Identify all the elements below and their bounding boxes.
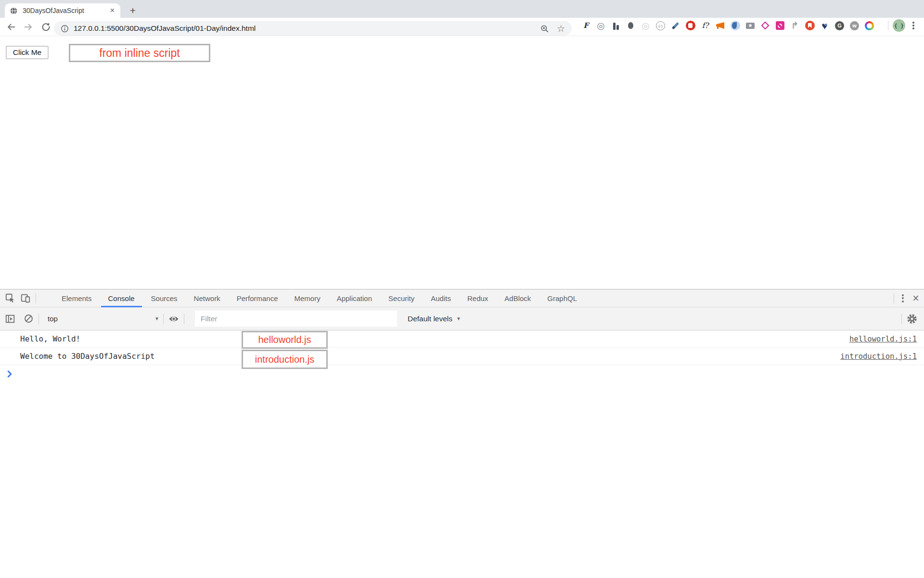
levels-label: Default levels bbox=[408, 315, 452, 323]
color-ring-extension-icon[interactable] bbox=[862, 20, 877, 31]
log-levels-dropdown[interactable]: Default levels ▼ bbox=[408, 315, 461, 323]
tab-sources[interactable]: Sources bbox=[144, 289, 185, 307]
reload-button[interactable] bbox=[38, 20, 53, 34]
live-expression-button[interactable] bbox=[167, 313, 180, 325]
tab-memory[interactable]: Memory bbox=[287, 289, 328, 307]
console-sidebar-toggle-button[interactable] bbox=[4, 313, 16, 325]
wave-extension-icon[interactable]: w bbox=[847, 20, 862, 31]
fontanello-extension-icon[interactable]: F bbox=[578, 20, 593, 31]
tab-graphql[interactable]: GraphQL bbox=[540, 289, 584, 307]
camera-extension-icon[interactable] bbox=[743, 20, 757, 31]
zoom-in-icon[interactable] bbox=[540, 24, 549, 33]
tab-network[interactable]: Network bbox=[187, 289, 228, 307]
f-question-extension-icon[interactable]: f? bbox=[698, 20, 713, 31]
console-message-row: Hello, World! helloworld.js:1 bbox=[0, 330, 924, 348]
tabbar-separator bbox=[36, 293, 36, 303]
corner-arrow-extension-icon[interactable]: ↱ bbox=[787, 20, 802, 31]
code-smile-extension-icon[interactable]: (-) bbox=[653, 20, 668, 31]
devtools-close-icon[interactable]: × bbox=[908, 293, 924, 304]
tabbar-separator bbox=[894, 293, 894, 303]
introduction-annotation-box: introduction.js bbox=[242, 350, 328, 369]
gear-icon bbox=[906, 313, 918, 325]
toolbar-separator bbox=[901, 314, 902, 324]
tab-performance[interactable]: Performance bbox=[230, 289, 285, 307]
console-toolbar: top ▼ Default levels ▼ bbox=[0, 307, 924, 330]
tab-title: 30DaysOfJavaScript bbox=[23, 7, 109, 14]
console-prompt[interactable] bbox=[0, 365, 924, 382]
react-devtools-extension-icon[interactable]: ◎ bbox=[638, 20, 653, 31]
tab-redux[interactable]: Redux bbox=[460, 289, 495, 307]
gravatar-extension-icon[interactable]: G bbox=[832, 20, 847, 31]
extensions-row: F ◎ ◎ (-) f? ↱ ♥ G w bbox=[578, 20, 877, 31]
clear-console-button[interactable] bbox=[22, 313, 35, 325]
bug-catcher-extension-icon[interactable] bbox=[623, 20, 638, 31]
helloworld-annotation-box: helloworld.js bbox=[242, 331, 328, 349]
tab-elements[interactable]: Elements bbox=[54, 289, 99, 307]
toolbar-separator bbox=[184, 314, 184, 324]
console-source-link[interactable]: helloworld.js:1 bbox=[849, 335, 917, 343]
forward-arrow-icon bbox=[23, 22, 34, 32]
console-source-link[interactable]: introduction.js:1 bbox=[840, 352, 917, 361]
devtools-tab-bar: Elements Console Sources Network Perform… bbox=[0, 289, 924, 307]
prompt-chevron-icon bbox=[6, 370, 13, 378]
globe-favicon-icon bbox=[10, 7, 18, 15]
chevron-down-icon: ▼ bbox=[154, 316, 159, 321]
tab-adblock[interactable]: AdBlock bbox=[497, 289, 538, 307]
blue-swirl-extension-icon[interactable] bbox=[728, 20, 743, 31]
pink-settings-extension-icon[interactable] bbox=[772, 20, 787, 31]
browser-menu-icon[interactable] bbox=[912, 22, 914, 29]
tab-console[interactable]: Console bbox=[101, 289, 142, 307]
address-bar[interactable]: 127.0.0.1:5500/30DaysOfJavaScript/01-Day… bbox=[54, 21, 572, 36]
toolbar-separator bbox=[888, 21, 888, 30]
devtools-menu-icon[interactable] bbox=[902, 294, 904, 302]
inspect-element-button[interactable] bbox=[4, 292, 16, 304]
url-text[interactable]: 127.0.0.1:5500/30DaysOfJavaScript/01-Day… bbox=[74, 24, 540, 33]
browser-tab-strip: 30DaysOfJavaScript × + bbox=[0, 0, 924, 18]
console-message-row: Welcome to 30DaysOfJavaScript introducti… bbox=[0, 348, 924, 365]
site-info-icon[interactable] bbox=[61, 25, 69, 33]
eye-icon bbox=[168, 313, 180, 325]
tab-security[interactable]: Security bbox=[381, 289, 422, 307]
eyedropper-extension-icon[interactable] bbox=[668, 20, 683, 31]
graphql-extension-icon[interactable] bbox=[757, 20, 772, 31]
page-viewport: Click Me from inline script bbox=[0, 36, 924, 289]
console-message-text: Hello, World! bbox=[20, 334, 80, 343]
filter-input[interactable] bbox=[195, 311, 397, 327]
bookmark-star-icon[interactable]: ☆ bbox=[557, 24, 565, 33]
reload-icon bbox=[41, 22, 51, 32]
back-button[interactable] bbox=[4, 20, 18, 34]
toolbar-separator bbox=[163, 314, 164, 324]
new-tab-button[interactable]: + bbox=[126, 4, 140, 17]
inspect-cursor-icon bbox=[5, 293, 15, 303]
forward-button[interactable] bbox=[21, 20, 36, 34]
clear-console-icon bbox=[24, 314, 34, 324]
console-sidebar-icon bbox=[5, 314, 15, 324]
megaphone-extension-icon[interactable] bbox=[713, 20, 728, 31]
console-settings-button[interactable] bbox=[906, 313, 918, 325]
stop-hand-extension-icon[interactable] bbox=[683, 20, 698, 31]
console-message-text: Welcome to 30DaysOfJavaScript bbox=[20, 352, 154, 361]
devtools-panel: Elements Console Sources Network Perform… bbox=[0, 289, 924, 578]
heart-search-extension-icon[interactable]: ♥ bbox=[817, 20, 832, 31]
device-toolbar-icon bbox=[20, 293, 31, 303]
tab-application[interactable]: Application bbox=[330, 289, 379, 307]
back-arrow-icon bbox=[6, 22, 16, 32]
tab-close-icon[interactable]: × bbox=[109, 6, 116, 15]
device-toolbar-button[interactable] bbox=[19, 292, 32, 304]
execution-context-dropdown[interactable]: top ▼ bbox=[48, 315, 159, 323]
tab-audits[interactable]: Audits bbox=[424, 289, 458, 307]
bookmark-extension-icon[interactable] bbox=[802, 20, 817, 31]
orbit-extension-icon[interactable]: ◎ bbox=[593, 20, 608, 31]
chevron-down-icon: ▼ bbox=[456, 316, 461, 321]
browser-tab[interactable]: 30DaysOfJavaScript × bbox=[5, 3, 120, 18]
inline-script-annotation-box: from inline script bbox=[69, 44, 210, 62]
profile-avatar[interactable]: { } bbox=[893, 19, 905, 32]
side-panels-extension-icon[interactable] bbox=[608, 20, 623, 31]
click-me-button[interactable]: Click Me bbox=[6, 46, 49, 59]
context-label: top bbox=[48, 315, 58, 323]
toolbar-separator bbox=[38, 314, 39, 324]
